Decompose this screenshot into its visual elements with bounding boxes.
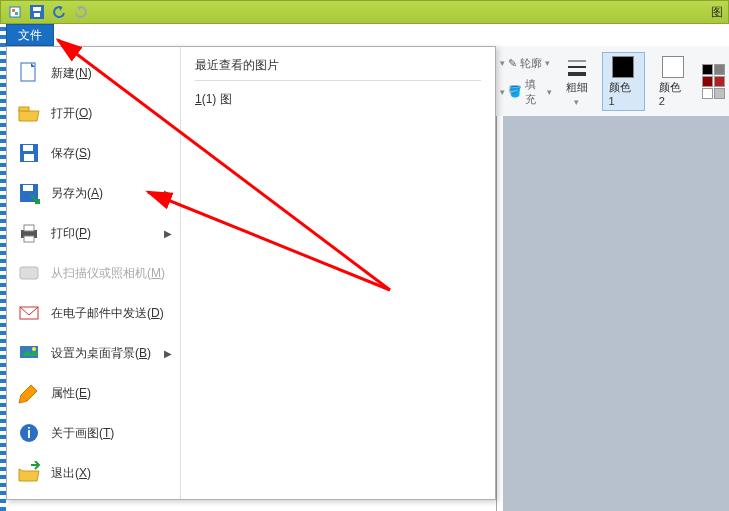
palette-swatch[interactable]: [702, 76, 713, 87]
menu-item-label: 在电子邮件中发送(D): [51, 305, 164, 322]
new-icon: [17, 61, 41, 85]
menu-item-mail[interactable]: 在电子邮件中发送(D): [7, 293, 180, 333]
chevron-right-icon: ▶: [164, 228, 172, 239]
qat-save-icon[interactable]: [29, 4, 45, 20]
svg-point-20: [32, 347, 36, 351]
save-icon: [17, 141, 41, 165]
menu-item-label: 退出(X): [51, 465, 91, 482]
mail-icon: [17, 301, 41, 325]
color-2-swatch: [662, 56, 684, 78]
svg-rect-12: [23, 185, 33, 191]
menu-item-save[interactable]: 保存(S): [7, 133, 180, 173]
menu-item-label: 从扫描仪或照相机(M): [51, 265, 165, 282]
menu-item-label: 新建(N): [51, 65, 92, 82]
scanner-icon: [17, 261, 41, 285]
palette-swatch[interactable]: [702, 64, 713, 75]
color-1[interactable]: 颜色 1: [602, 52, 645, 111]
outline-label: 轮廓: [520, 56, 542, 71]
paint-app-icon: [7, 4, 23, 20]
menu-item-label: 打开(O): [51, 105, 92, 122]
svg-rect-2: [15, 12, 18, 15]
file-menu-items: 新建(N)打开(O)保存(S)另存为(A)▶打印(P)▶从扫描仪或照相机(M)在…: [7, 47, 181, 499]
stroke-icon: [566, 56, 588, 78]
color-palette[interactable]: [702, 64, 725, 99]
menu-item-label: 关于画图(T): [51, 425, 114, 442]
menu-item-saveas[interactable]: 另存为(A)▶: [7, 173, 180, 213]
file-tab[interactable]: 文件: [6, 24, 54, 46]
svg-rect-14: [24, 225, 34, 231]
menu-item-label: 属性(E): [51, 385, 91, 402]
props-icon: [17, 381, 41, 405]
palette-swatch[interactable]: [714, 76, 725, 87]
menu-item-label: 保存(S): [51, 145, 91, 162]
svg-rect-17: [23, 270, 35, 276]
menu-item-print[interactable]: 打印(P)▶: [7, 213, 180, 253]
recent-panel: 最近查看的图片 1(1) 图: [181, 47, 495, 499]
svg-rect-7: [19, 107, 29, 111]
menu-item-label: 设置为桌面背景(B): [51, 345, 151, 362]
menu-item-about[interactable]: i关于画图(T): [7, 413, 180, 453]
color-1-label: 颜色 1: [609, 80, 638, 107]
chevron-right-icon: ▶: [164, 188, 172, 199]
fill-dropdown[interactable]: ▾🪣填充▾: [500, 77, 552, 107]
menu-item-open[interactable]: 打开(O): [7, 93, 180, 133]
palette-swatch[interactable]: [702, 88, 713, 99]
svg-rect-1: [12, 9, 15, 12]
svg-text:i: i: [27, 425, 31, 441]
chevron-right-icon: ▶: [164, 348, 172, 359]
file-tab-label: 文件: [18, 27, 42, 44]
qat-redo-icon[interactable]: [73, 4, 89, 20]
svg-rect-5: [34, 13, 40, 17]
qat-undo-icon[interactable]: [51, 4, 67, 20]
palette-swatch[interactable]: [714, 88, 725, 99]
menu-item-label: 另存为(A): [51, 185, 103, 202]
print-icon: [17, 221, 41, 245]
menu-item-scanner: 从扫描仪或照相机(M): [7, 253, 180, 293]
menu-item-wallpaper[interactable]: 设置为桌面背景(B)▶: [7, 333, 180, 373]
stroke-label: 粗细: [566, 80, 588, 95]
menu-item-exit[interactable]: 退出(X): [7, 453, 180, 493]
svg-rect-15: [24, 236, 34, 242]
color-1-swatch: [612, 56, 634, 78]
palette-swatch[interactable]: [714, 64, 725, 75]
exit-icon: [17, 461, 41, 485]
canvas-background: [496, 116, 729, 511]
file-menu: 新建(N)打开(O)保存(S)另存为(A)▶打印(P)▶从扫描仪或照相机(M)在…: [6, 46, 496, 500]
fill-label: 填充: [525, 77, 544, 107]
menu-item-props[interactable]: 属性(E): [7, 373, 180, 413]
shape-style-group: ▾✎轮廓▾ ▾🪣填充▾: [500, 56, 552, 107]
stroke-width-group[interactable]: 粗细 ▾: [562, 54, 592, 109]
color-2-label: 颜色 2: [659, 80, 688, 107]
window-title-fragment: 图: [711, 4, 723, 21]
ribbon-fragment: ▾✎轮廓▾ ▾🪣填充▾ 粗细 ▾ 颜色 1 颜色 2: [496, 46, 729, 116]
menu-item-label: 打印(P): [51, 225, 91, 242]
color-2[interactable]: 颜色 2: [655, 54, 692, 109]
saveas-icon: [17, 181, 41, 205]
svg-rect-9: [23, 145, 33, 151]
wallpaper-icon: [17, 341, 41, 365]
svg-rect-10: [24, 154, 34, 161]
svg-rect-4: [33, 7, 41, 11]
recent-item[interactable]: 1(1) 图: [195, 87, 481, 112]
about-icon: i: [17, 421, 41, 445]
menu-item-new[interactable]: 新建(N): [7, 53, 180, 93]
open-icon: [17, 101, 41, 125]
outline-dropdown[interactable]: ▾✎轮廓▾: [500, 56, 552, 71]
recent-title: 最近查看的图片: [195, 57, 481, 81]
titlebar: 图: [0, 0, 729, 24]
canvas-edge[interactable]: [497, 116, 503, 511]
